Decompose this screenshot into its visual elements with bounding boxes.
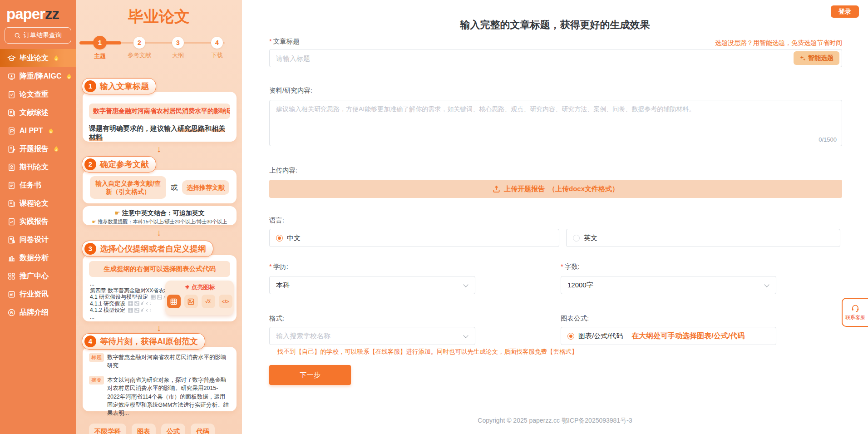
svg-text:R: R xyxy=(10,310,13,315)
sample-title-pill: 数字普惠金融对河南省农村居民消费水平的影响研究 xyxy=(89,104,230,119)
step1-tip: 课题有明确要求的，建议输入研究思路和相关材料 xyxy=(89,124,230,142)
progress-step-3[interactable]: 3 大纲 xyxy=(172,32,184,59)
service-label: 联系客服 xyxy=(845,314,865,321)
material-textarea[interactable] xyxy=(269,100,842,146)
step1-card: 数字普惠金融对河南省农村居民消费水平的影响研究 课题有明确要求的，建议输入研究思… xyxy=(83,92,237,142)
tag-code[interactable]: 代码 xyxy=(191,424,215,434)
search-icon xyxy=(14,32,21,39)
sidebar-item-data-analysis[interactable]: 数据分析 xyxy=(0,249,76,267)
step2-chip: 2 确定参考文献 xyxy=(82,156,156,173)
pin-icon xyxy=(184,285,190,290)
chart-formula-option[interactable]: 图表/公式/代码 在大纲处可手动选择图表/公式/代码 xyxy=(561,327,776,345)
smart-topic-button[interactable]: 智能选题 xyxy=(794,51,839,65)
down-arrow-icon xyxy=(76,144,242,153)
sidebar-item-plagiarism-check[interactable]: 论文查重 xyxy=(0,85,76,104)
smart-topic-hint[interactable]: 选题没思路？用智能选题，免费选题节省时间 xyxy=(715,39,842,47)
grad-cap-icon xyxy=(7,54,16,63)
language-option-chinese[interactable]: 中文 xyxy=(269,229,559,247)
practice-report-icon xyxy=(7,217,16,226)
next-step-button[interactable]: 下一步 xyxy=(269,365,351,385)
progress-step-4[interactable]: 4 下载 xyxy=(211,32,223,59)
step3-card: 生成提纲的右侧可以选择图表公式代码 ... 第四章 数字普惠金融对XX省农村居民… xyxy=(83,255,237,321)
questionnaire-icon xyxy=(7,236,16,244)
image-icon xyxy=(187,298,194,305)
hand-icon: ☛ xyxy=(92,219,97,224)
outline-hint-pill: 生成提纲的右侧可以选择图表公式代码 xyxy=(89,261,230,277)
radio-unselected-icon xyxy=(573,235,580,242)
tooltip-label: 点亮图标 xyxy=(165,283,234,291)
step2-note-card: ☛ 注意中英文结合：可追加英文 ☛ 推荐数量提醒：本科15个以上/硕士20个以上… xyxy=(83,206,237,225)
contact-service-widget[interactable]: 联系客服 xyxy=(842,298,868,327)
flame-icon xyxy=(66,73,72,80)
school-format-select[interactable]: 输入搜索学校名称 xyxy=(269,327,475,345)
page-heading: 输入完整的文章标题，获得更好的生成效果 xyxy=(242,18,868,32)
formula-icon-button[interactable]: √Σ xyxy=(202,295,215,308)
language-option-english[interactable]: 英文 xyxy=(566,229,840,247)
proposal-report-icon xyxy=(7,145,16,153)
chart-formula-hint: 在大纲处可手动选择图表/公式/代码 xyxy=(631,331,745,341)
copyright-footer: Copyright © 2025 paperzz.cc 鄂ICP备2025093… xyxy=(242,417,868,425)
format-label: 格式: xyxy=(269,314,284,323)
sample-title-row: 标题 数字普惠金融对河南省农村居民消费水平的影响研究 xyxy=(89,353,230,370)
down-arrow-icon xyxy=(76,228,242,237)
reference-options: 输入自定义参考文献/查新（引文格式） 或 选择推荐文献 xyxy=(83,170,237,199)
progress-steps: 1 主题 2 参考文献 3 大纲 4 下载 xyxy=(76,32,242,57)
progress-step-2[interactable]: 2 参考文献 xyxy=(128,32,151,59)
news-icon xyxy=(7,290,16,299)
sidebar-item-journal-paper[interactable]: 期刊论文 xyxy=(0,158,76,176)
code-icon-button[interactable]: </> xyxy=(219,295,232,308)
paperzz-app: paperzz 订单结果查询 毕业论文 降重/降AIGC 论文查重 文献综 xyxy=(0,0,868,434)
step3-chip: 3 选择心仪提纲或者自定义提纲 xyxy=(82,241,213,257)
step1-chip: 1 输入文章标题 xyxy=(82,78,156,94)
step4-card: 标题 数字普惠金融对河南省农村居民消费水平的影响研究 摘要 本文以河南省为研究对… xyxy=(83,347,237,411)
format-note: 找不到【自己】的学校，可以联系【在线客服】进行添加。同时也可以先生成论文，后面找… xyxy=(277,348,578,356)
bar-chart-icon xyxy=(7,254,16,262)
flame-icon xyxy=(53,54,59,62)
recommended-reference-button[interactable]: 选择推荐文献 xyxy=(182,180,229,195)
sidebar-item-proposal-report[interactable]: 开题报告 xyxy=(0,140,76,158)
sidebar-item-reduce-aigc[interactable]: 降重/降AIGC xyxy=(0,67,76,85)
chevron-down-icon xyxy=(463,333,468,338)
task-book-icon xyxy=(7,181,16,190)
material-label: 资料/研究内容: xyxy=(269,86,312,95)
sidebar-item-promotion-center[interactable]: 推广中心 xyxy=(0,267,76,285)
table-icon-button[interactable] xyxy=(167,295,181,308)
literature-icon xyxy=(7,108,16,117)
custom-reference-button[interactable]: 输入自定义参考文献/查新（引文格式） xyxy=(90,176,166,199)
sidebar-item-industry-news[interactable]: 行业资讯 xyxy=(0,285,76,303)
tag-any-subject[interactable]: 不限学科 xyxy=(89,424,126,434)
image-icon-button[interactable] xyxy=(184,295,198,308)
chevron-down-icon xyxy=(764,282,769,287)
sidebar: paperzz 订单结果查询 毕业论文 降重/降AIGC 论文查重 文献综 xyxy=(0,0,76,434)
sidebar-item-questionnaire-design[interactable]: 问卷设计 xyxy=(0,231,76,249)
title-field-label: 文章标题 xyxy=(269,37,300,46)
steps-panel: 毕业论文 1 主题 2 参考文献 3 大纲 4 下载 1 输入文 xyxy=(76,0,242,434)
title-input[interactable] xyxy=(269,49,842,67)
sidebar-item-practice-report[interactable]: 实践报告 xyxy=(0,212,76,231)
upload-proposal-button[interactable]: 上传开题报告 （上传docx文件格式） xyxy=(269,180,842,198)
word-count-select[interactable]: 12000字 xyxy=(561,276,776,294)
word-count-label: 字数: xyxy=(561,262,580,271)
sidebar-item-task-book[interactable]: 任务书 xyxy=(0,176,76,194)
order-result-search[interactable]: 订单结果查询 xyxy=(5,27,71,44)
degree-select[interactable]: 本科 xyxy=(269,276,475,294)
doc-check-icon xyxy=(7,90,16,99)
sidebar-item-ai-ppt[interactable]: AI PPT xyxy=(0,122,76,140)
tag-formulas[interactable]: 公式 xyxy=(161,424,185,434)
sidebar-item-graduation-thesis[interactable]: 毕业论文 xyxy=(0,49,76,67)
progress-step-1[interactable]: 1 主题 xyxy=(93,32,107,60)
chart-formula-label: 图表公式: xyxy=(561,314,589,323)
sample-abstract-row: 摘要 本文以河南省为研究对象，探讨了数字普惠金融对农村居民消费水平的影响。研究采… xyxy=(89,376,230,417)
sidebar-item-literature-review[interactable]: 文献综述 xyxy=(0,104,76,122)
login-button[interactable]: 登录 xyxy=(831,5,859,18)
sidebar-item-course-paper[interactable]: 课程论文 xyxy=(0,194,76,212)
abstract-badge: 摘要 xyxy=(89,376,104,385)
main-form: 登录 输入完整的文章标题，获得更好的生成效果 选题没思路？用智能选题，免费选题节… xyxy=(242,0,868,434)
title-input-wrap: 智能选题 xyxy=(269,49,842,67)
flame-icon xyxy=(48,127,54,135)
tag-charts[interactable]: 图表 xyxy=(132,424,156,434)
table-icon xyxy=(170,298,177,305)
down-arrow-icon xyxy=(76,323,242,332)
paperzz-logo[interactable]: paperzz xyxy=(6,5,59,23)
sidebar-item-brand-intro[interactable]: R 品牌介绍 xyxy=(0,303,76,321)
